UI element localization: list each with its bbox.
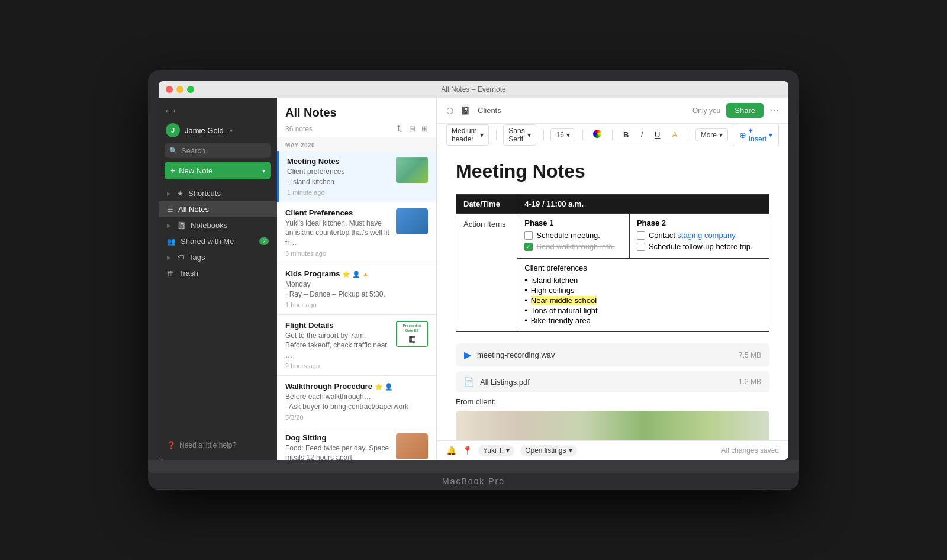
minimize-button[interactable] [176,86,183,93]
search-box[interactable]: 🔍 Search [165,143,271,158]
editor-top-bar: ⬡ 📓 Clients Only you Share ⋯ [437,98,788,124]
avatar: J [166,123,180,137]
note-item-flight-details[interactable]: Flight Details Get to the airport by 7am… [277,315,436,376]
only-you-text: Only you [692,107,720,115]
sidebar-item-trash[interactable]: 🗑 Trash [159,265,277,281]
back-arrow[interactable]: ‹ [166,106,168,115]
note-preview: Yuki's ideal kitchen. Must have an islan… [285,218,390,248]
separator [582,130,583,140]
note-item-client-prefs[interactable]: Client Preferences Yuki's ideal kitchen.… [277,202,436,263]
checkbox-unchecked[interactable] [637,243,645,251]
attachment-size: 1.2 MB [739,378,761,386]
list-icon: ☰ [167,205,173,214]
plus-icon: ⊕ [739,130,746,140]
note-item-meeting-notes[interactable]: Meeting Notes Client preferences · Islan… [277,151,436,202]
phase1-label: Phase 1 [524,218,622,227]
table-phase1: Phase 1 Schedule meeting. Send walkthrou… [517,214,630,259]
checkbox-item: Send walkthrough info. [524,242,622,251]
forward-arrow[interactable]: › [173,106,175,115]
pref-item: •Bike-friendly area [524,316,762,325]
note-item-content: Meeting Notes Client preferences · Islan… [287,157,390,196]
fullscreen-button[interactable] [187,86,194,93]
color-picker[interactable] [590,128,605,141]
size-dropdown[interactable]: 16 ▾ [550,128,575,141]
note-main-title: Meeting Notes [456,160,769,182]
editor-area: ⬡ 📓 Clients Only you Share ⋯ Medium head… [437,98,788,460]
editor-top-right: Only you Share ⋯ [692,103,779,118]
notebook-name[interactable]: Clients [478,106,501,115]
expand-icon: ▶ [167,191,171,197]
editor-bottom-bar: 🔔 📍 Yuki T. ▾ Open listings ▾ All change… [437,440,788,460]
saved-status: All changes saved [721,446,779,455]
checkbox-item: Schedule follow-up before trip. [637,242,762,251]
macbook-label: MacBook Pro [159,473,788,490]
note-title: Walkthrough Procedure ⭐ 👤 [285,382,428,391]
note-item-dog-sitting[interactable]: Dog Sitting Food: Feed twice per day. Sp… [277,427,436,460]
star-icon: ★ [177,189,183,198]
bell-icon[interactable]: 🔔 [446,446,456,455]
attachment-pdf[interactable]: 📄 All Listings.pdf 1.2 MB [456,371,769,392]
grid-icon[interactable]: ⊞ [421,124,428,133]
traffic-lights [166,86,194,93]
sidebar-item-notebooks[interactable]: ▶ 📓 Notebooks [159,217,277,233]
note-list-toolbar: 86 notes ⇅ ⊟ ⊞ [285,124,428,133]
italic-button[interactable]: I [637,128,646,141]
sidebar-item-shared[interactable]: 👥 Shared with Me 2 [159,233,277,249]
font-dropdown[interactable]: Sans Serif ▾ [503,124,536,146]
note-item-walkthrough[interactable]: Walkthrough Procedure ⭐ 👤 Before each wa… [277,376,436,427]
editor-content[interactable]: Meeting Notes Date/Time 4-19 / 11:00 a.m… [437,146,788,440]
attachment-wav[interactable]: ▶ meeting-recording.wav 7.5 MB [456,343,769,366]
note-item-kids-programs[interactable]: Kids Programs ⭐ 👤 ▲ Monday · Ray – Dance… [277,263,436,315]
sort-icon[interactable]: ⇅ [397,124,403,133]
pref-item: •High ceilings [524,286,762,295]
location-icon[interactable]: 📍 [462,446,472,455]
checkbox-unchecked[interactable] [524,231,533,240]
more-icon[interactable]: ⋯ [769,105,779,116]
sidebar-item-tags[interactable]: ▶ 🏷 Tags [159,249,277,265]
table-header-datetime: Date/Time [456,195,517,214]
note-thumbnail [396,208,428,234]
filter-icon[interactable]: ⊟ [409,124,415,133]
expand-icon: ▶ [167,223,171,228]
table-client-prefs: Client preferences •Island kitchen •High… [517,259,769,332]
checkbox-item: Schedule meeting. [524,231,622,240]
note-item-content: Walkthrough Procedure ⭐ 👤 Before each wa… [285,382,428,421]
chevron-down-icon: ▾ [769,131,772,139]
sidebar-item-label: Tags [189,253,205,262]
help-link[interactable]: ❓ Need a little help? [159,436,277,454]
chevron-down-icon: ▾ [527,131,531,139]
checkbox-unchecked[interactable] [637,231,645,240]
underline-button[interactable]: U [651,128,663,141]
chevron-down-icon: ▾ [569,446,572,455]
notebook-icon: 📓 [460,106,471,115]
note-preview: Food: Feed twice per day. Space meals 12… [285,443,390,460]
table-label-action-items: Action Items [456,214,517,332]
new-note-button[interactable]: + New Note ▾ [165,162,271,179]
attachment-filename: All Listings.pdf [480,378,733,387]
note-icons: ⭐ 👤 ▲ [342,271,369,278]
living-room-image [456,411,769,440]
checkbox-checked[interactable] [524,243,533,251]
note-item-content: Dog Sitting Food: Feed twice per day. Sp… [285,433,390,460]
note-thumbnail [396,433,428,459]
assignee-chip[interactable]: Yuki T. ▾ [478,445,514,456]
assignee-name: Yuki T. [483,446,504,455]
help-icon: ❓ [167,441,176,449]
close-button[interactable] [166,86,173,93]
sidebar-item-all-notes[interactable]: ☰ All Notes [159,201,277,217]
back-icon: ⬡ [446,106,453,115]
bold-button[interactable]: B [620,128,632,141]
open-listings-label: Open listings [525,446,566,455]
header-dropdown[interactable]: Medium header ▾ [446,124,489,146]
user-row[interactable]: J Jamie Gold ▾ [159,120,277,143]
sidebar-item-shortcuts[interactable]: ▶ ★ Shortcuts [159,185,277,201]
chevron-down-icon: ▾ [506,446,510,455]
more-dropdown[interactable]: More ▾ [695,128,728,141]
note-item-content: Client Preferences Yuki's ideal kitchen.… [285,208,390,257]
open-listings-button[interactable]: Open listings ▾ [520,445,576,456]
staging-link[interactable]: staging company. [677,231,737,240]
highlight-button[interactable]: A [668,128,681,141]
insert-button[interactable]: ⊕ + Insert ▾ [733,124,779,146]
separator [543,130,544,140]
share-button[interactable]: Share [726,103,764,118]
